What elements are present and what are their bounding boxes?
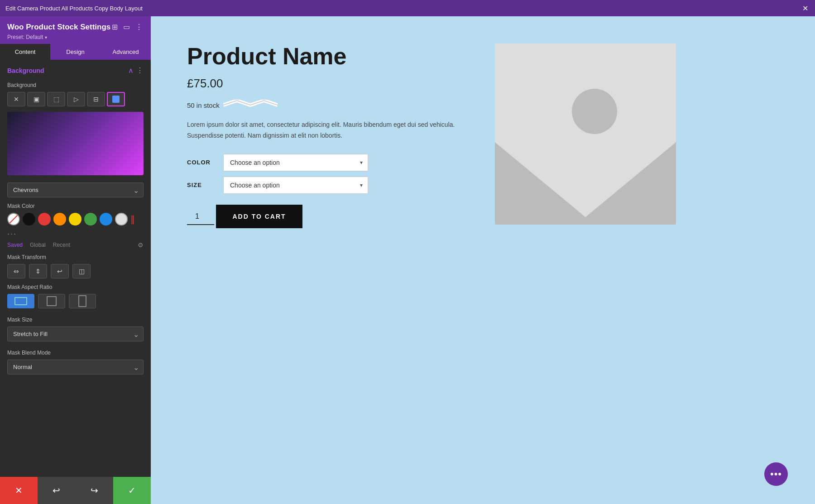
- product-options: COLOR Choose an option SIZE Choose an op…: [187, 154, 459, 194]
- size-option-row: SIZE Choose an option: [187, 177, 459, 194]
- color-select-wrapper[interactable]: Choose an option: [223, 154, 368, 171]
- title-bar: Edit Camera Product All Products Copy Bo…: [0, 0, 815, 16]
- product-stock: 50 in stock: [187, 100, 459, 110]
- section-title-background: Background: [7, 67, 44, 74]
- bg-type-slide[interactable]: ⊟: [87, 92, 105, 106]
- transform-flip-h[interactable]: ⇔: [7, 264, 25, 278]
- background-field-label: Background: [0, 79, 151, 92]
- product-container: Product Name £75.00 50 in stock Lorem ip…: [187, 43, 776, 234]
- color-select[interactable]: Choose an option: [223, 154, 368, 171]
- color-settings-icon[interactable]: ⚙: [138, 241, 144, 249]
- section-menu-icon[interactable]: ⋮: [136, 66, 144, 75]
- color-swatch-transparent[interactable]: [7, 213, 20, 226]
- sidebar-tabs: Content Design Advanced: [0, 44, 151, 60]
- sidebar-footer: ✕ ↩ ↪ ✓: [0, 477, 151, 504]
- product-name: Product Name: [187, 43, 459, 69]
- sidebar-title: Woo Product Stock Settings: [7, 23, 110, 32]
- bg-type-none[interactable]: ✕: [7, 92, 25, 106]
- mask-size-label: Mask Size: [0, 314, 151, 326]
- stock-arrows-icon: [223, 100, 278, 110]
- tab-advanced[interactable]: Advanced: [101, 44, 151, 60]
- undo-button[interactable]: ↩: [38, 477, 75, 504]
- size-option-label: SIZE: [187, 182, 214, 188]
- size-select-wrapper[interactable]: Choose an option: [223, 177, 368, 194]
- color-tab-global[interactable]: Global: [30, 242, 46, 248]
- aspect-ratio-buttons: [7, 294, 144, 308]
- mask-color-section: Mask Color ∥ ··· Saved Glob: [0, 203, 151, 254]
- product-details: Product Name £75.00 50 in stock Lorem ip…: [187, 43, 459, 234]
- transform-buttons: ⇔ ⇕ ↩ ◫: [7, 264, 144, 278]
- bg-type-colorblock[interactable]: [107, 92, 125, 106]
- sidebar-icon-layout[interactable]: ▭: [122, 22, 131, 32]
- mask-blend-mode-label: Mask Blend Mode: [0, 347, 151, 360]
- preset-arrow-icon: ▾: [45, 35, 47, 40]
- tab-content[interactable]: Content: [0, 44, 50, 60]
- product-image-placeholder: [495, 43, 676, 225]
- color-swatch-orange[interactable]: [53, 213, 66, 226]
- sidebar-icon-more[interactable]: ⋮: [134, 22, 144, 32]
- transform-flip-v[interactable]: ⇕: [29, 264, 47, 278]
- mask-transform-label: Mask Transform: [7, 254, 144, 260]
- preset-selector[interactable]: Preset: Default ▾: [7, 34, 144, 40]
- color-swatch-yellow[interactable]: [69, 213, 82, 226]
- sidebar-icon-grid[interactable]: ⊞: [111, 22, 119, 32]
- aspect-btn-square[interactable]: [38, 294, 65, 308]
- redo-button[interactable]: ↪: [76, 477, 113, 504]
- aspect-btn-wide[interactable]: [7, 294, 34, 308]
- main-canvas: Product Name £75.00 50 in stock Lorem ip…: [151, 16, 815, 504]
- add-to-cart-button[interactable]: ADD TO CART: [216, 205, 302, 228]
- mask-aspect-ratio-section: Mask Aspect Ratio: [0, 284, 151, 314]
- mask-pattern-select[interactable]: Chevrons Arrows Circles Diamonds Zigzag: [7, 182, 144, 197]
- bg-type-color[interactable]: ▣: [27, 92, 45, 106]
- transform-rotate-ccw[interactable]: ↩: [51, 264, 69, 278]
- background-type-row: ✕ ▣ ⬚ ▷ ⊟: [0, 92, 151, 112]
- color-swatches: ∥: [7, 213, 144, 226]
- color-swatch-black[interactable]: [23, 213, 35, 226]
- bg-type-gradient[interactable]: ⬚: [47, 92, 65, 106]
- custom-color-icon[interactable]: ∥: [130, 214, 135, 225]
- sidebar: Woo Product Stock Settings ⊞ ▭ ⋮ Preset:…: [0, 16, 151, 504]
- product-image: [495, 43, 676, 225]
- sidebar-header: Woo Product Stock Settings ⊞ ▭ ⋮ Preset:…: [0, 16, 151, 44]
- color-option-label: COLOR: [187, 159, 214, 166]
- mask-color-label: Mask Color: [7, 203, 144, 209]
- color-tabs: Saved Global Recent ⚙: [7, 241, 144, 249]
- cancel-button[interactable]: ✕: [0, 477, 38, 504]
- sidebar-content: Background ∧ ⋮ Background ✕ ▣ ⬚ ▷ ⊟: [0, 60, 151, 504]
- placeholder-circle: [572, 89, 617, 134]
- mask-transform-section: Mask Transform ⇔ ⇕ ↩ ◫: [0, 254, 151, 284]
- color-swatch-green[interactable]: [84, 213, 97, 226]
- color-tab-saved[interactable]: Saved: [7, 242, 23, 248]
- fab-button[interactable]: •••: [764, 462, 788, 486]
- bg-type-video[interactable]: ▷: [67, 92, 85, 106]
- confirm-button[interactable]: ✓: [113, 477, 151, 504]
- color-swatch-red[interactable]: [38, 213, 51, 226]
- mask-aspect-ratio-label: Mask Aspect Ratio: [7, 284, 144, 290]
- color-tab-recent[interactable]: Recent: [53, 242, 70, 248]
- aspect-btn-tall[interactable]: [69, 294, 96, 308]
- section-collapse-icon[interactable]: ∧: [128, 66, 134, 75]
- mask-size-select[interactable]: Stretch to Fill Fit Actual Size: [7, 326, 144, 341]
- color-more-icon[interactable]: ···: [7, 229, 17, 239]
- tab-design[interactable]: Design: [50, 44, 101, 60]
- size-select[interactable]: Choose an option: [223, 177, 368, 194]
- close-icon[interactable]: ✕: [801, 4, 810, 13]
- color-swatch-blue[interactable]: [100, 213, 112, 226]
- window-title: Edit Camera Product All Products Copy Bo…: [5, 5, 143, 12]
- product-description: Lorem ipsum dolor sit amet, consectetur …: [187, 120, 459, 141]
- color-option-row: COLOR Choose an option: [187, 154, 459, 171]
- gradient-preview: [7, 112, 144, 175]
- quantity-input[interactable]: [187, 209, 214, 225]
- color-swatch-light[interactable]: [115, 213, 128, 226]
- product-price: £75.00: [187, 77, 459, 91]
- mask-blend-mode-select[interactable]: Normal Multiply Screen Overlay: [7, 360, 144, 374]
- section-header-background: Background ∧ ⋮: [0, 60, 151, 79]
- transform-rotate-cw[interactable]: ◫: [72, 264, 91, 278]
